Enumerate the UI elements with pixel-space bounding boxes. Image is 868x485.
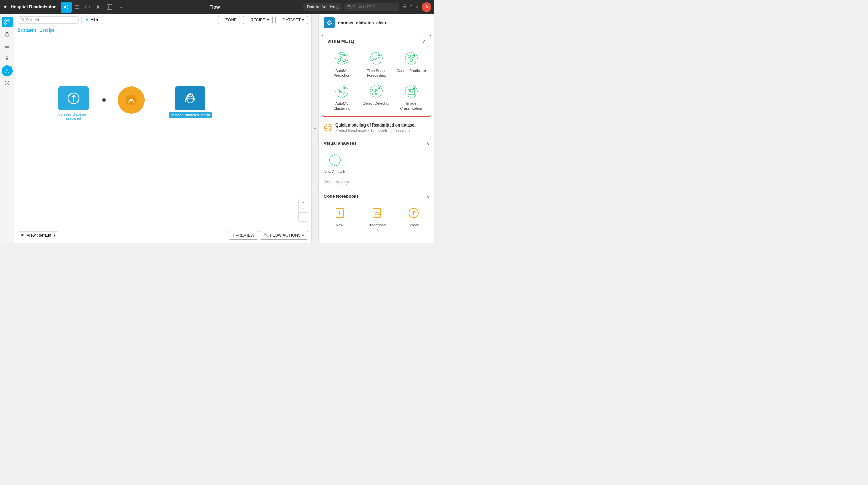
flow-info-bar: 2 datasets 1 recipe xyxy=(14,26,311,34)
table-icon-btn[interactable] xyxy=(104,2,115,13)
node-clean[interactable]: dataset_diabetes_clean xyxy=(169,86,212,118)
flow-connections-svg xyxy=(14,34,311,239)
datasets-link[interactable]: 2 datasets xyxy=(18,28,36,33)
globe-icon-btn[interactable] xyxy=(72,2,82,13)
view-select[interactable]: 👁 View : default ▾ xyxy=(18,231,58,239)
quick-model-subtitle: Predict Readmitted • 10 models in 4 sess… xyxy=(335,128,418,132)
visual-analyses-header[interactable]: Visual analyses ∧ xyxy=(319,137,434,149)
time-series-label: Time Series Forecasting xyxy=(362,68,391,78)
svg-point-33 xyxy=(102,98,106,102)
svg-line-89 xyxy=(327,128,329,129)
zoom-out-btn[interactable]: − xyxy=(298,212,308,222)
view-chevron-icon: ▾ xyxy=(53,233,55,238)
filter-icon: ▼ xyxy=(85,18,89,22)
nb-new[interactable]: New xyxy=(324,206,355,232)
flow-label: Flow xyxy=(209,4,220,10)
nb-predefined[interactable]: Predefined template xyxy=(361,206,392,232)
svg-rect-15 xyxy=(8,20,9,21)
academy-btn[interactable]: Dataiku Academy xyxy=(303,3,342,11)
share-icon-btn[interactable] xyxy=(61,2,72,13)
recipes-link[interactable]: 1 recipe xyxy=(40,28,54,33)
flow-search-box[interactable] xyxy=(18,16,79,24)
node-recipe-circle xyxy=(118,86,145,114)
flow-search-input[interactable] xyxy=(26,18,74,22)
code-icon-btn[interactable] xyxy=(82,2,93,13)
automl-clustering-label: AutoML Clustering xyxy=(327,101,356,111)
ml-item-image-classification[interactable]: A Image Classification xyxy=(397,83,426,111)
help-icon[interactable]: ? xyxy=(410,4,412,10)
more-icon-btn[interactable]: ··· xyxy=(115,2,126,13)
node-clean-box xyxy=(175,86,205,110)
svg-point-1 xyxy=(64,6,65,8)
ml-item-automl-prediction[interactable]: A AutoML Prediction xyxy=(327,51,356,78)
node-recipe[interactable] xyxy=(118,86,145,114)
ml-item-causal-prediction[interactable]: A Causal Prediction xyxy=(397,51,426,78)
svg-point-47 xyxy=(343,59,346,62)
sidebar-list-icon[interactable] xyxy=(2,41,13,52)
flow-actions-label: 🔧 FLOW ACTIONS xyxy=(264,233,301,238)
svg-point-25 xyxy=(6,57,8,59)
quick-model-text: Quick modeling of Readmitted on datase..… xyxy=(335,123,418,132)
user-avatar[interactable]: A xyxy=(422,2,431,12)
play-icon-btn[interactable] xyxy=(93,2,104,13)
new-analysis-icon xyxy=(328,153,342,168)
node-prepared[interactable]: dataset_diabetes_prepared xyxy=(58,86,89,120)
add-zone-btn[interactable]: + ZONE xyxy=(218,16,240,24)
svg-line-31 xyxy=(23,21,24,22)
sidebar-flow-icon[interactable] xyxy=(2,17,13,27)
top-nav: ✦ Hospital Readmission ··· Flow Dataiku … xyxy=(0,0,434,14)
svg-point-43 xyxy=(328,21,331,25)
svg-point-40 xyxy=(126,95,137,105)
svg-point-60 xyxy=(410,59,413,62)
automl-prediction-icon: A xyxy=(334,51,350,66)
quick-model-icon xyxy=(324,123,332,133)
nb-upload[interactable]: Upload xyxy=(398,206,429,232)
svg-rect-96 xyxy=(373,208,380,218)
notebooks-grid: New Predefined template xyxy=(319,202,434,238)
sidebar-person2-icon[interactable] xyxy=(2,65,13,76)
project-name[interactable]: Hospital Readmission xyxy=(11,4,57,9)
sidebar-user-icon[interactable] xyxy=(2,53,13,64)
apps-grid-icon[interactable]: ⠿ xyxy=(403,4,407,10)
visual-ml-grid: A AutoML Prediction A xyxy=(322,47,431,116)
causal-prediction-icon: A xyxy=(403,51,419,66)
external-link-icon[interactable]: ↗ xyxy=(415,4,419,10)
visual-analyses-title: Visual analyses xyxy=(324,141,357,146)
sidebar-clock-icon[interactable] xyxy=(2,78,13,89)
nb-upload-label: Upload xyxy=(408,222,419,227)
visual-ml-chevron-icon: ∧ xyxy=(423,39,426,44)
quick-model-card[interactable]: Quick modeling of Readmitted on datase..… xyxy=(319,119,434,137)
preview-btn[interactable]: ↑ PREVIEW xyxy=(229,231,258,240)
code-notebooks-header[interactable]: Code Notebooks ∧ xyxy=(319,190,434,202)
flow-actions-btn[interactable]: 🔧 FLOW ACTIONS ▾ xyxy=(260,231,308,240)
svg-line-88 xyxy=(327,126,329,127)
ml-item-object-detection[interactable]: A Object Detection xyxy=(362,83,391,111)
visual-ml-header[interactable]: Visual ML (1) ∧ xyxy=(322,35,431,47)
filter-btn[interactable]: ▼ All ▾ xyxy=(81,16,102,24)
analyses-grid: New Analysis xyxy=(319,149,434,177)
ml-item-automl-clustering[interactable]: A AutoML Clustering xyxy=(327,83,356,111)
add-dataset-btn[interactable]: + DATASET ▾ xyxy=(275,16,308,24)
node-clean-label: dataset_diabetes_clean xyxy=(169,112,212,118)
svg-line-62 xyxy=(410,58,411,59)
global-search-input[interactable] xyxy=(353,5,393,9)
image-classification-icon: A xyxy=(403,83,419,99)
add-recipe-btn[interactable]: + RECIPE ▾ xyxy=(243,16,273,24)
sidebar-info-icon[interactable] xyxy=(2,29,13,40)
flow-actions-chevron-icon: ▾ xyxy=(302,233,304,238)
svg-line-49 xyxy=(342,57,343,59)
svg-marker-8 xyxy=(97,5,100,9)
causal-prediction-label: Causal Prediction xyxy=(397,68,426,73)
svg-line-4 xyxy=(65,7,67,8)
svg-point-83 xyxy=(409,90,411,92)
zoom-in-btn[interactable]: + xyxy=(298,203,308,212)
flow-canvas[interactable]: dataset_diabetes_prepared xyxy=(14,34,311,239)
svg-point-70 xyxy=(340,91,341,92)
ml-item-time-series[interactable]: A Time Series Forecasting xyxy=(362,51,391,78)
global-search[interactable] xyxy=(344,3,399,11)
preview-icon: ↑ xyxy=(232,233,234,238)
object-detection-icon: A xyxy=(369,83,384,99)
new-analysis-item[interactable]: New Analysis xyxy=(324,153,346,174)
filter-label: All xyxy=(91,18,95,22)
panel-toggle-arrow[interactable]: → xyxy=(311,14,319,242)
